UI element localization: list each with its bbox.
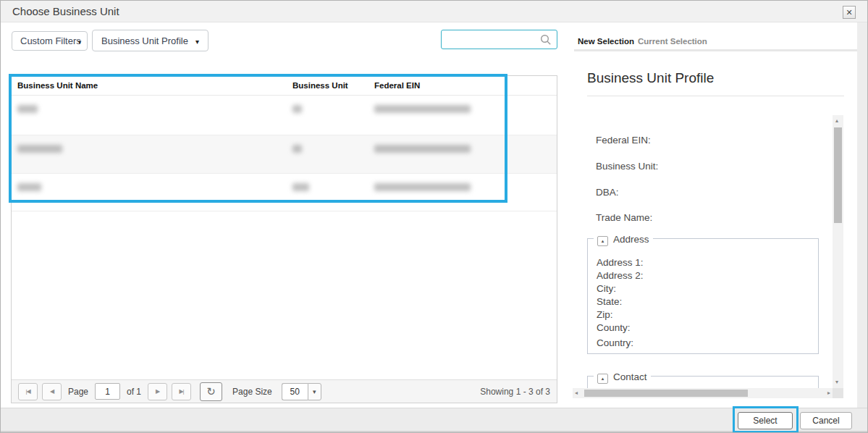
redacted-cell xyxy=(17,145,62,153)
redacted-cell xyxy=(292,145,302,153)
panel-heading: Business Unit Profile xyxy=(587,70,714,86)
page-number-input[interactable] xyxy=(95,383,120,400)
address-legend-label: Address xyxy=(613,234,649,245)
refresh-button[interactable]: ↻ xyxy=(200,382,222,401)
dialog-title: Choose Business Unit xyxy=(12,5,119,17)
horizontal-scrollbar-thumb[interactable] xyxy=(584,390,748,397)
table-row[interactable] xyxy=(12,135,557,174)
scroll-up-icon[interactable]: ▴ xyxy=(835,118,838,124)
vertical-scrollbar[interactable]: ▴ ▾ xyxy=(833,115,843,388)
contact-legend: ▴ Contact xyxy=(594,370,651,384)
table-row[interactable] xyxy=(12,174,557,211)
profile-panel: New Selection Current Selection Business… xyxy=(558,22,857,408)
contact-legend-label: Contact xyxy=(613,371,647,382)
field-label-country: Country: xyxy=(597,337,644,350)
field-label-dba: DBA: xyxy=(596,187,619,198)
page-label: Page xyxy=(68,387,88,397)
redacted-cell xyxy=(292,105,302,113)
chevron-down-icon: ▾ xyxy=(78,38,82,46)
search-box xyxy=(441,30,557,49)
field-label-address2: Address 2: xyxy=(597,269,644,282)
redacted-cell xyxy=(374,183,471,191)
collapse-up-icon[interactable]: ▴ xyxy=(597,374,608,384)
address-fields: Address 1: Address 2: City: State: Zip: … xyxy=(597,256,644,350)
prev-page-button[interactable]: ◀ xyxy=(42,383,62,400)
address-legend: ▴ Address xyxy=(594,232,653,246)
table-row[interactable] xyxy=(12,96,557,135)
pagination-bar: |◀ ◀ Page of 1 ▶ ▶| ↻ Page Size 50 ▾ Sho… xyxy=(12,379,557,403)
heading-divider xyxy=(587,96,844,96)
last-page-button[interactable]: ▶| xyxy=(172,383,191,400)
custom-filters-button[interactable]: Custom Filters ▾ xyxy=(12,31,88,51)
scroll-left-icon[interactable]: ◂ xyxy=(575,390,578,396)
showing-status: Showing 1 - 3 of 3 xyxy=(480,387,550,397)
refresh-icon: ↻ xyxy=(206,386,216,397)
vertical-scrollbar-thumb[interactable] xyxy=(834,127,842,223)
field-label-trade-name: Trade Name: xyxy=(596,212,652,223)
redacted-cell xyxy=(292,183,309,191)
field-label-county: County: xyxy=(597,321,644,335)
field-label-federal-ein: Federal EIN: xyxy=(596,135,651,146)
cancel-button[interactable]: Cancel xyxy=(800,412,852,429)
dialog-titlebar: Choose Business Unit ✕ xyxy=(1,1,867,22)
grid-header: Business Unit Name Business Unit Federal… xyxy=(12,76,557,96)
redacted-cell xyxy=(17,183,41,191)
tab-current-selection[interactable]: Current Selection xyxy=(638,37,707,46)
column-header-federal-ein[interactable]: Federal EIN xyxy=(374,81,420,90)
page-size-caret-icon[interactable]: ▾ xyxy=(308,383,321,400)
scroll-down-icon[interactable]: ▾ xyxy=(835,379,838,385)
column-header-business-unit-name[interactable]: Business Unit Name xyxy=(17,81,98,90)
close-icon[interactable]: ✕ xyxy=(843,6,856,19)
tab-underline xyxy=(574,49,857,51)
first-page-button[interactable]: |◀ xyxy=(18,383,38,400)
field-label-business-unit: Business Unit: xyxy=(596,161,658,172)
search-icon xyxy=(540,34,552,46)
collapse-up-icon[interactable]: ▴ xyxy=(597,236,608,246)
select-button[interactable]: Select xyxy=(738,412,793,429)
dialog-footer: Select Cancel xyxy=(1,408,868,433)
chevron-down-icon: ▾ xyxy=(195,38,199,46)
page-size-label: Page Size xyxy=(232,387,272,397)
horizontal-scrollbar[interactable]: ◂ ▸ xyxy=(573,388,833,398)
page-size-value[interactable]: 50 xyxy=(282,383,308,400)
custom-filters-label: Custom Filters xyxy=(20,35,81,46)
tab-new-selection[interactable]: New Selection xyxy=(578,37,634,46)
business-unit-profile-label: Business Unit Profile xyxy=(101,35,188,46)
page-size-combo: 50 ▾ xyxy=(282,383,321,400)
scrollbar-corner xyxy=(833,388,843,398)
field-label-city: City: xyxy=(597,282,644,295)
business-unit-profile-dropdown[interactable]: Business Unit Profile ▾ xyxy=(92,30,208,51)
business-unit-grid: Business Unit Name Business Unit Federal… xyxy=(11,75,557,403)
page-of-label: of 1 xyxy=(127,387,141,397)
redacted-cell xyxy=(17,105,38,113)
redacted-cell xyxy=(374,145,471,153)
scroll-right-icon[interactable]: ▸ xyxy=(827,390,830,396)
column-header-business-unit[interactable]: Business Unit xyxy=(292,81,348,90)
choose-business-unit-dialog: Choose Business Unit ✕ Custom Filters ▾ … xyxy=(0,0,868,433)
field-label-address1: Address 1: xyxy=(597,256,644,269)
address-group: ▴ Address Address 1: Address 2: City: St… xyxy=(587,238,819,354)
right-gutter xyxy=(857,22,868,408)
field-label-zip: Zip: xyxy=(597,308,644,321)
redacted-cell xyxy=(374,105,471,113)
field-label-state: State: xyxy=(597,295,644,308)
search-input[interactable] xyxy=(446,31,539,48)
next-page-button[interactable]: ▶ xyxy=(148,383,167,400)
